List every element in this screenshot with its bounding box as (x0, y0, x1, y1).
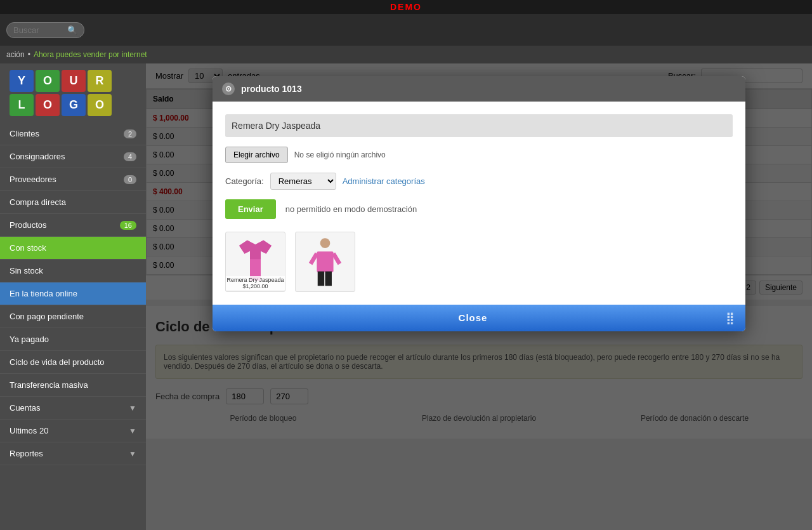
sidebar-label-transferencia-masiva: Transferencia masiva (10, 380, 88, 390)
product-image-1[interactable]: Remera Dry Jaspeada$1,200.00 (225, 232, 285, 292)
main-layout: Y O U R L O G O Clientes 2 Consignadores… (0, 63, 812, 530)
sidebar: Y O U R L O G O Clientes 2 Consignadores… (0, 63, 146, 530)
close-label: Close (459, 312, 488, 323)
enviar-button[interactable]: Enviar (225, 199, 276, 219)
sidebar-label-cuentas: Cuentas (10, 403, 40, 413)
modal-title: producto 1013 (241, 84, 302, 94)
sidebar-item-reportes[interactable]: Reportes ▼ (0, 442, 146, 465)
sidebar-item-compra-directa[interactable]: Compra directa (0, 191, 146, 214)
modal-header: ⊙ producto 1013 (213, 76, 745, 102)
sidebar-item-proveedores[interactable]: Proveedores 0 (0, 168, 146, 191)
sidebar-item-pago-pendiente[interactable]: Con pago pendiente (0, 305, 146, 328)
sidebar-label-ya-pagado: Ya pagado (10, 335, 49, 344)
logo-cell-O2: O (36, 94, 60, 116)
sidebar-item-consignadores[interactable]: Consignadores 4 (0, 145, 146, 168)
logo-cell-O: O (36, 70, 60, 92)
choose-file-button[interactable]: Elegir archivo (225, 147, 288, 163)
shirt-svg-2 (298, 235, 352, 289)
sidebar-label-reportes: Reportes (10, 449, 43, 458)
sidebar-label-compra-directa: Compra directa (10, 197, 66, 207)
info-link[interactable]: Ahora puedes vender por internet (34, 50, 147, 59)
sidebar-label-proveedores: Proveedores (10, 175, 56, 184)
sidebar-item-productos[interactable]: Productos 16 (0, 214, 146, 237)
logo-cell-U: U (62, 70, 86, 92)
svg-rect-6 (318, 272, 324, 286)
info-bar: ación • Ahora puedes vender por internet (0, 46, 812, 63)
demo-message: no permitido en modo demostración (285, 204, 417, 214)
modal-overlay: ⊙ producto 1013 Elegir archivo No se eli… (146, 63, 812, 530)
sidebar-label-tienda-online: En la tienda online (10, 289, 77, 298)
file-upload-area: Elegir archivo No se eligió ningún archi… (225, 147, 733, 163)
info-bullet: • (28, 50, 30, 59)
search-input[interactable] (13, 25, 64, 35)
image-1-label: Remera Dry Jaspeada$1,200.00 (226, 276, 285, 290)
logo-cell-L: L (10, 94, 34, 116)
sidebar-item-clientes[interactable]: Clientes 2 (0, 123, 146, 145)
modal-header-icon: ⊙ (222, 83, 235, 95)
manage-categories-link[interactable]: Administrar categorías (343, 176, 425, 186)
sidebar-badge-proveedores: 0 (124, 175, 136, 184)
search-icon: 🔍 (67, 25, 77, 35)
sidebar-item-ya-pagado[interactable]: Ya pagado (0, 328, 146, 351)
logo-cell-Y: Y (10, 70, 34, 92)
category-select[interactable]: Remeras Pantalones Accesorios (270, 173, 336, 190)
svg-rect-7 (325, 272, 332, 286)
sidebar-badge-clientes: 2 (124, 129, 136, 138)
svg-line-5 (334, 253, 340, 263)
svg-point-2 (320, 238, 331, 248)
sidebar-item-con-stock[interactable]: Con stock (0, 237, 146, 260)
demo-title: DEMO (390, 2, 422, 12)
sidebar-item-transferencia-masiva[interactable]: Transferencia masiva (0, 374, 146, 397)
modal-dialog: ⊙ producto 1013 Elegir archivo No se eli… (213, 76, 745, 331)
modal-footer: Close ⣿ (213, 305, 745, 331)
top-bar: DEMO (0, 0, 812, 14)
nav-bar: 🔍 (0, 14, 812, 46)
category-label: Categoría: (225, 176, 264, 186)
file-name-text: No se eligió ningún archivo (294, 150, 386, 159)
content-area: Mostrar 10 25 50 100 entradas Buscar: Sa… (146, 63, 812, 530)
sidebar-item-ciclo-vida[interactable]: Ciclo de vida del producto (0, 351, 146, 374)
sidebar-badge-productos: 16 (120, 221, 136, 230)
sidebar-label-consignadores: Consignadores (10, 152, 65, 161)
sidebar-label-sin-stock: Sin stock (10, 266, 43, 275)
logo-cell-R: R (88, 70, 112, 92)
sidebar-item-sin-stock[interactable]: Sin stock (0, 260, 146, 282)
close-button[interactable]: Close ⣿ (213, 305, 745, 331)
product-name-field[interactable] (225, 114, 733, 137)
images-row: Remera Dry Jaspeada$1,200.00 (225, 232, 733, 292)
svg-rect-3 (317, 251, 333, 272)
close-handle-icon: ⣿ (726, 312, 738, 324)
sidebar-label-ultimos20: Ultimos 20 (10, 426, 48, 435)
sidebar-label-ciclo-vida: Ciclo de vida del producto (10, 357, 105, 367)
svg-marker-1 (239, 241, 272, 260)
sidebar-badge-consignadores: 4 (124, 152, 136, 161)
product-image-2[interactable] (295, 232, 355, 292)
sidebar-label-clientes: Clientes (10, 129, 39, 138)
logo-grid: Y O U R L O G O (10, 70, 136, 116)
sidebar-item-tienda-online[interactable]: En la tienda online (0, 282, 146, 305)
sidebar-label-productos: Productos (10, 220, 47, 230)
ultimos20-arrow-icon: ▼ (129, 427, 136, 435)
info-text: ación (6, 50, 25, 59)
search-box[interactable]: 🔍 (6, 22, 84, 38)
sidebar-item-ultimos20[interactable]: Ultimos 20 ▼ (0, 420, 146, 442)
submit-row: Enviar no permitido en modo demostración (225, 199, 733, 219)
logo-cell-O3: O (88, 94, 112, 116)
cuentas-arrow-icon: ▼ (129, 404, 136, 413)
svg-line-4 (311, 253, 317, 263)
sidebar-label-con-stock: Con stock (10, 243, 46, 253)
category-row: Categoría: Remeras Pantalones Accesorios… (225, 173, 733, 190)
sidebar-label-pago-pendiente: Con pago pendiente (10, 312, 84, 321)
logo-cell-G: G (62, 94, 86, 116)
logo-area: Y O U R L O G O (0, 63, 146, 123)
reportes-arrow-icon: ▼ (129, 449, 136, 458)
modal-body: Elegir archivo No se eligió ningún archi… (213, 102, 745, 305)
sidebar-item-cuentas[interactable]: Cuentas ▼ (0, 397, 146, 420)
